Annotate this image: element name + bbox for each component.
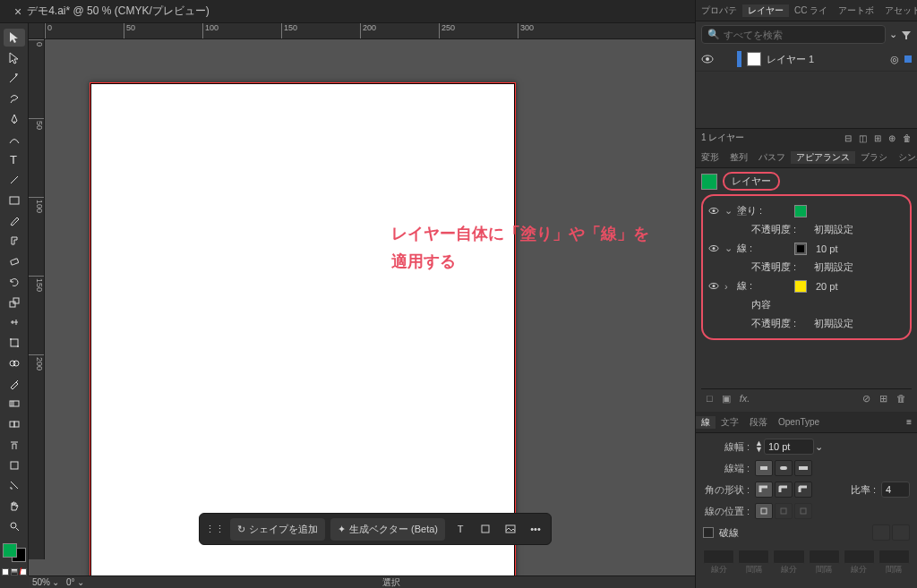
chevron-down-icon[interactable]: ⌄: [724, 243, 733, 254]
paintbrush-tool[interactable]: [4, 212, 25, 230]
tab-properties[interactable]: プロパテ: [696, 4, 742, 17]
tab-cc-libraries[interactable]: CC ライ: [789, 4, 833, 17]
fill-swatch[interactable]: [794, 205, 807, 217]
rotate-field[interactable]: 0°⌄: [66, 577, 84, 587]
layer-search-input[interactable]: 🔍: [701, 25, 886, 44]
dash-align-button[interactable]: [892, 524, 910, 541]
symbol-sprayer-tool[interactable]: [4, 436, 25, 454]
line-tool[interactable]: [4, 171, 25, 189]
tab-paragraph[interactable]: 段落: [744, 416, 773, 429]
chevron-right-icon[interactable]: ›: [724, 281, 733, 292]
panel-menu-icon[interactable]: ≡: [901, 417, 917, 427]
zoom-field[interactable]: 50%⌄: [32, 577, 59, 587]
delete-item-icon[interactable]: 🗑: [896, 393, 906, 405]
shaper-tool[interactable]: [4, 233, 25, 251]
shape-builder-tool[interactable]: [4, 354, 25, 372]
new-layer-icon[interactable]: ⊕: [888, 133, 896, 143]
tab-symbols[interactable]: シンボ: [893, 151, 917, 164]
add-effect-icon[interactable]: fx.: [740, 393, 750, 405]
stroke-swatch[interactable]: [794, 280, 807, 293]
tab-character[interactable]: 文字: [716, 416, 744, 429]
color-mode-solid[interactable]: [2, 568, 9, 575]
make-clipping-icon[interactable]: ◫: [859, 133, 867, 143]
add-shape-button[interactable]: ↻シェイプを追加: [230, 518, 325, 541]
eyedropper-tool[interactable]: [4, 375, 25, 393]
tab-artboards[interactable]: アートボ: [833, 4, 879, 17]
image-icon[interactable]: [501, 519, 520, 539]
direct-selection-tool[interactable]: [4, 49, 25, 67]
stroke-width-input[interactable]: 10 pt: [764, 439, 814, 455]
appearance-row-stroke[interactable]: › 線 : 20 pt: [705, 277, 908, 295]
vertical-ruler[interactable]: 0 50 100 150 200: [29, 39, 45, 559]
tab-layers[interactable]: レイヤー: [742, 4, 789, 17]
join-round-button[interactable]: [775, 481, 793, 498]
search-options-icon[interactable]: ⌄: [889, 29, 897, 40]
hand-tool[interactable]: [4, 497, 25, 515]
tab-appearance[interactable]: アピアランス: [791, 151, 855, 164]
visibility-icon[interactable]: [701, 53, 714, 65]
type-tool[interactable]: T: [4, 151, 25, 169]
artboard-tool[interactable]: [4, 456, 25, 474]
search-field[interactable]: [724, 30, 879, 40]
dashed-line-checkbox[interactable]: [703, 527, 714, 538]
join-miter-button[interactable]: [755, 481, 773, 498]
selection-tool[interactable]: [4, 29, 25, 47]
appearance-row-opacity[interactable]: 不透明度 : 初期設定: [705, 314, 908, 333]
duplicate-item-icon[interactable]: ⊞: [879, 393, 887, 405]
fill-stroke-swatch[interactable]: [3, 543, 26, 562]
visibility-icon[interactable]: [707, 205, 721, 217]
tab-pathfinder[interactable]: パスフ: [753, 151, 791, 164]
gradient-tool[interactable]: [4, 396, 25, 413]
visibility-icon[interactable]: [707, 224, 721, 236]
appearance-row-opacity[interactable]: 不透明度 : 初期設定: [705, 220, 908, 239]
dash-input[interactable]: [844, 550, 875, 564]
appearance-row-stroke[interactable]: ⌄ 線 : 10 pt: [705, 239, 908, 258]
add-fill-icon[interactable]: ▣: [722, 393, 731, 405]
dash-preserve-button[interactable]: [872, 524, 890, 541]
artboard[interactable]: [90, 82, 516, 575]
blend-tool[interactable]: [4, 415, 25, 433]
filter-icon[interactable]: [901, 30, 912, 40]
gap-input[interactable]: [738, 550, 769, 564]
tab-transform[interactable]: 変形: [696, 151, 724, 164]
cap-round-button[interactable]: [775, 460, 793, 476]
cap-butt-button[interactable]: [755, 460, 773, 476]
dash-input[interactable]: [703, 550, 734, 564]
scale-tool[interactable]: [4, 294, 25, 311]
pen-tool[interactable]: [4, 110, 25, 128]
target-icon[interactable]: ◎: [890, 54, 899, 65]
close-icon[interactable]: ×: [14, 4, 21, 19]
horizontal-ruler[interactable]: 0 50 100 150 200 250 300: [45, 23, 695, 39]
tab-brushes[interactable]: ブラシ: [855, 151, 893, 164]
stroke-swatch[interactable]: [794, 243, 807, 255]
add-stroke-icon[interactable]: □: [707, 393, 713, 405]
rotate-tool[interactable]: [4, 273, 25, 291]
type-icon[interactable]: T: [450, 519, 470, 539]
tab-stroke[interactable]: 線: [696, 416, 716, 429]
rectangle-tool[interactable]: [4, 192, 25, 209]
zoom-tool[interactable]: [4, 517, 25, 535]
magic-wand-tool[interactable]: [4, 70, 25, 88]
clear-appearance-icon[interactable]: ⊘: [862, 393, 870, 405]
eraser-tool[interactable]: [4, 252, 25, 270]
more-icon[interactable]: •••: [526, 519, 545, 539]
gap-input[interactable]: [809, 550, 840, 564]
free-transform-tool[interactable]: [4, 334, 25, 352]
align-center-button[interactable]: [755, 503, 773, 519]
chevron-down-icon[interactable]: ⌄: [724, 205, 733, 217]
color-mode-none[interactable]: /: [20, 568, 27, 575]
join-bevel-button[interactable]: [794, 481, 812, 498]
layer-name[interactable]: レイヤー 1: [767, 53, 814, 66]
miter-ratio-input[interactable]: 4: [881, 481, 910, 498]
canvas-area[interactable]: 0 50 100 150 200 250 300 0 50 100 150 20…: [29, 23, 695, 575]
visibility-icon[interactable]: [707, 280, 721, 293]
locate-layer-icon[interactable]: ⊟: [844, 133, 852, 143]
tab-opentype[interactable]: OpenType: [773, 417, 825, 427]
tab-align[interactable]: 整列: [724, 151, 753, 164]
appearance-row-content[interactable]: 内容: [705, 295, 908, 314]
drag-handle-icon[interactable]: ⋮⋮: [205, 519, 225, 539]
cap-projecting-button[interactable]: [794, 460, 812, 476]
crop-icon[interactable]: [476, 519, 495, 539]
generate-vector-button[interactable]: ✦生成ベクター (Beta): [330, 518, 445, 541]
width-tool[interactable]: [4, 314, 25, 332]
